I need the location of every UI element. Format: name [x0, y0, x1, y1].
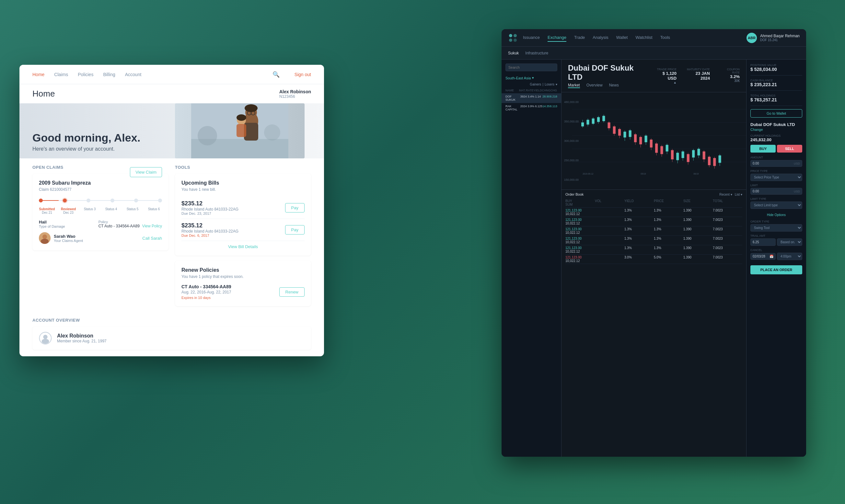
buy-button[interactable]: BUY [750, 145, 776, 152]
svg-rect-19 [602, 116, 605, 121]
trading-nav-exchange[interactable]: Exchange [547, 34, 567, 42]
svg-rect-31 [634, 134, 637, 142]
total-holdings-stat: TOTAL HOLDINGS $ 763,257.21 [750, 94, 802, 106]
user-selector[interactable]: Alex Robinson N123456 [279, 89, 311, 99]
svg-rect-17 [597, 117, 600, 122]
order-type-field: ORDER TYPE Swing Tool [750, 220, 802, 232]
instrument-tab-news[interactable]: News [609, 83, 619, 88]
svg-point-80 [236, 114, 246, 121]
orderbook-row[interactable]: 121,123.00 1.3% 1.3% 1.390 7.0023 10,022… [565, 208, 742, 217]
ins-nav-home[interactable]: Home [32, 72, 44, 77]
trading-nav-analysis[interactable]: Analysis [593, 34, 608, 42]
view-bill-details-link[interactable]: View Bill Details [181, 244, 305, 249]
instrument-tab-overview[interactable]: Overview [587, 83, 603, 88]
limit-input-display[interactable]: 0.00 USD [750, 188, 802, 195]
hide-options-link[interactable]: Hide Options [767, 213, 786, 217]
trading-nav-issuance[interactable]: Issuance [523, 34, 540, 42]
svg-rect-33 [639, 137, 642, 144]
orderbook-row[interactable]: 121,123.00 1.3%1.3%1.3907.002310,022.12 [565, 236, 742, 245]
agent-section: Sarah Wao Your Claims Agent Call Sarah [39, 232, 162, 244]
trading-table-row[interactable]: RAK CAPITAL 2024 3.9% 6.125 14.35 8.113 [502, 103, 561, 113]
cancel-date-input[interactable]: 02/03/28 📅 [750, 253, 776, 260]
trading-search-input[interactable] [505, 64, 557, 71]
svg-rect-55 [697, 149, 700, 155]
svg-point-86 [42, 339, 49, 344]
bill-row-2: $235.12 Rhode Island Auto 841033-22AG Du… [181, 219, 305, 241]
progress-dots [39, 199, 162, 202]
ins-nav-billing[interactable]: Billing [103, 72, 115, 77]
bill-desc-1: Rhode Island Auto 841033-22AG [181, 207, 238, 212]
instrument-tab-market[interactable]: Market [568, 83, 580, 88]
account-member-since: Member since Aug. 21, 1997 [57, 339, 107, 343]
svg-point-1 [514, 34, 517, 37]
go-to-wallet-button[interactable]: Go to Wallet [750, 109, 802, 118]
svg-rect-15 [592, 119, 595, 124]
trading-main: South-East Asia ▾ Gainers|Losers ▾ NAME … [502, 59, 806, 457]
trading-nav-watchlist[interactable]: Watchlist [635, 34, 652, 42]
pay-button-1[interactable]: Pay [285, 203, 305, 213]
maturity-date-stat: MATURITY DATE 23 JAN 2024 [686, 68, 710, 84]
renew-subtitle: You have 1 policy that expires soon. [181, 274, 305, 279]
orderbook-row[interactable]: 121,123.00 1.3%1.3%1.3907.002310,022.12 [565, 217, 742, 227]
trading-region-filter[interactable]: South-East Asia ▾ [502, 74, 561, 81]
cancel-time-select[interactable]: 4:00pm [777, 253, 802, 260]
call-agent-link[interactable]: Call Sarah [142, 236, 162, 241]
trading-nav-wallet[interactable]: Wallet [616, 34, 628, 42]
svg-rect-57 [703, 151, 705, 159]
amount-input-display[interactable]: 0.00 USD [750, 160, 802, 167]
renew-button[interactable]: Renew [279, 287, 305, 297]
trail-amt-type-select[interactable]: Based on... [777, 238, 802, 246]
bills-title: Upcoming Bills [181, 180, 305, 186]
place-order-button[interactable]: PLACE AN ORDER [750, 265, 802, 274]
svg-rect-63 [719, 156, 721, 163]
orderbook-row[interactable]: 121,123.00 1.3%1.3%1.3907.002310,022.12 [565, 245, 742, 255]
ins-nav-policies[interactable]: Policies [78, 72, 93, 77]
claim-meta: Hail Type of Damage Policy CT Auto - 334… [39, 220, 162, 228]
trading-subnav-sukuk[interactable]: Sukuk [508, 51, 519, 55]
view-claim-button[interactable]: View Claim [130, 167, 162, 177]
view-policy-link[interactable]: View Policy [142, 224, 162, 228]
svg-point-2 [509, 38, 512, 42]
banner-photo [175, 103, 305, 158]
renew-policies-card: Renew Policies You have 1 policy that ex… [175, 261, 311, 306]
progress-labels: Submitted Dec 21 Reviewed Dec 23 Status … [39, 207, 162, 214]
svg-text:2019-06-12: 2019-06-12 [582, 173, 594, 175]
svg-point-3 [514, 38, 517, 42]
order-type-select[interactable]: Swing Tool [750, 224, 802, 232]
claim-progress-track [39, 200, 162, 201]
insurance-banner: Good morning, Alex. Here's an overview o… [19, 103, 324, 158]
trail-amt-field: TRAIL AMT 6.25 Based on... [750, 234, 802, 246]
pay-button-2[interactable]: Pay [285, 225, 305, 234]
ins-nav-account[interactable]: Account [125, 72, 142, 77]
limit-type-select[interactable]: Select Limit type [750, 201, 802, 209]
insurance-topbar: Home Claims Policies Billing Account 🔍 S… [19, 65, 324, 84]
limit-type-field: LIMIT TYPE Select Limit type [750, 197, 802, 209]
trading-right-panel: POSITIONS VALUE $ 528,034.00 CASH BALANC… [746, 59, 806, 457]
trading-user-subtitle: DOF 15.241 [760, 38, 799, 42]
progress-dot-1 [63, 199, 67, 202]
trading-subnav-infrastructure[interactable]: Infrastructure [525, 51, 548, 55]
search-icon[interactable]: 🔍 [272, 71, 280, 78]
bill-desc-2: Rhode Island Auto 841033-22AG [181, 229, 238, 234]
orderbook-row[interactable]: 121,123.00 1.3%1.3%1.3907.002310,022.12 [565, 227, 742, 236]
renew-expires: Expires in 10 days [181, 296, 231, 300]
svg-rect-25 [618, 129, 621, 136]
trading-nav-tools[interactable]: Tools [660, 34, 670, 42]
svg-rect-75 [236, 124, 246, 137]
trading-table-row[interactable]: DOF SUKUK 3924 3.4% 1.14 28.90 8.218 [502, 93, 561, 103]
policy-label: Policy [98, 220, 162, 224]
banner-greeting: Good morning, Alex. Here's an overview o… [32, 131, 140, 152]
sell-button[interactable]: SELL [777, 145, 802, 152]
change-link[interactable]: Change [750, 128, 802, 131]
trading-nav-trade[interactable]: Trade [574, 34, 585, 42]
signout-link[interactable]: Sign out [294, 72, 311, 77]
price-type-select[interactable]: Select Price Type [750, 174, 802, 181]
progress-dot-2 [87, 199, 90, 202]
svg-rect-27 [623, 132, 626, 138]
trail-amt-input[interactable]: 6.25 [750, 238, 776, 246]
ins-nav-claims[interactable]: Claims [54, 72, 68, 77]
svg-rect-29 [629, 130, 631, 137]
orderbook-row[interactable]: 121,123.00 3.0%5.0%1.3907.002310,022.12 [565, 255, 742, 264]
agent-role: Your Claims Agent [54, 239, 83, 242]
price-type-field: PRICE TYPE Select Price Type [750, 169, 802, 181]
